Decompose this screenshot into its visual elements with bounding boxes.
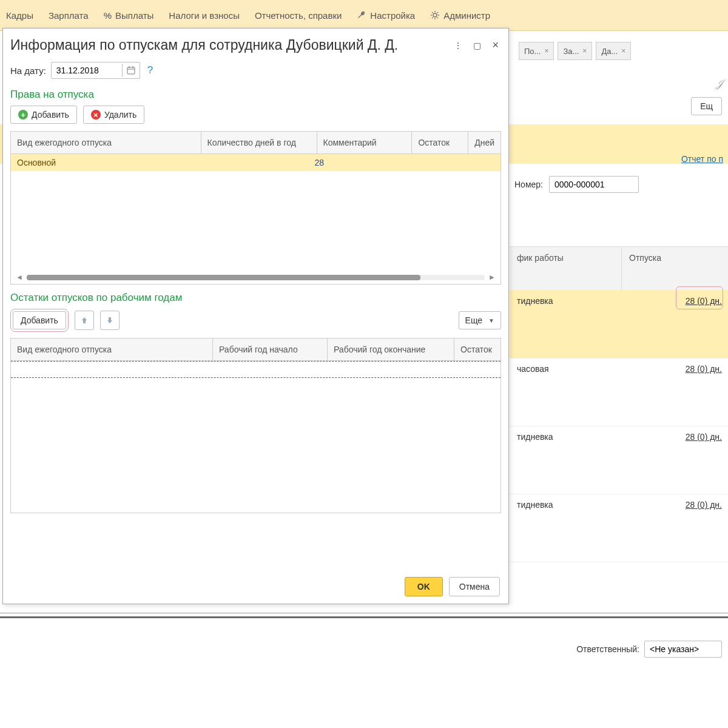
h-scrollbar[interactable]: ◄ ► — [11, 271, 500, 284]
date-field[interactable] — [51, 62, 140, 79]
menu-admin[interactable]: Администр — [430, 10, 490, 21]
rights-table: Вид ежегодного отпуска Количество дней в… — [10, 131, 501, 285]
menu-nastroika[interactable]: Настройка — [357, 10, 415, 21]
report-link[interactable]: Отчет по п — [681, 154, 723, 164]
window-restore-icon[interactable]: ▢ — [473, 41, 481, 50]
background-tabs: По...× За...× Да...× — [513, 42, 728, 60]
col-year-start: Рабочий год начало — [213, 339, 328, 360]
kebab-icon[interactable]: ⋮ — [454, 41, 462, 50]
selection-highlight — [676, 286, 723, 309]
menu-otchet[interactable]: Отчетность, справки — [255, 10, 342, 21]
modal-title: Информация по отпускам для сотрудника Ду… — [10, 37, 398, 53]
chevron-down-icon: ▼ — [488, 317, 494, 324]
number-label: Номер: — [514, 180, 543, 189]
tab-po[interactable]: По...× — [519, 42, 554, 60]
number-input[interactable] — [549, 176, 639, 193]
table-row[interactable]: Основной 28 — [11, 154, 500, 171]
close-icon[interactable]: × — [544, 47, 548, 55]
bg-table-header: фик работы Отпуска — [510, 246, 728, 291]
empty-row-placeholder[interactable] — [11, 361, 500, 378]
col-days2: Дней — [468, 132, 500, 153]
delete-button[interactable]: × Удалить — [83, 106, 144, 124]
menu-kadry[interactable]: Кадры — [6, 10, 33, 21]
add-balance-button[interactable]: Добавить — [13, 311, 66, 329]
svg-point-0 — [433, 13, 437, 17]
date-input[interactable] — [52, 62, 122, 78]
separator-dark — [0, 616, 728, 618]
bg-col-vacation: Отпуска — [622, 247, 728, 291]
tab-da[interactable]: Да...× — [596, 42, 631, 60]
col-remain2: Остаток — [454, 339, 500, 360]
responsible-label: Ответственный: — [576, 644, 639, 654]
col-days: Количество дней в год — [201, 132, 317, 153]
svg-rect-1 — [127, 67, 135, 74]
bg-row-3[interactable]: тидневка 28 (0) дн. — [510, 426, 728, 494]
section-balances-title: Остатки отпусков по рабочим годам — [3, 285, 508, 309]
tab-za[interactable]: За...× — [558, 42, 592, 60]
add-highlight: Добавить — [10, 309, 69, 332]
scroll-right-icon[interactable]: ► — [488, 273, 496, 281]
wrench-icon — [357, 10, 366, 20]
close-icon[interactable]: × — [621, 47, 625, 55]
responsible-input[interactable] — [644, 641, 722, 658]
arrow-down-icon — [106, 316, 114, 325]
scroll-left-icon[interactable]: ◄ — [16, 273, 23, 281]
cancel-button[interactable]: Отмена — [449, 577, 500, 596]
vacation-info-modal: Информация по отпускам для сотрудника Ду… — [2, 28, 509, 604]
gear-icon — [430, 10, 440, 20]
x-icon: × — [91, 110, 101, 120]
link-icon[interactable]: 𝒥 — [716, 78, 722, 90]
calendar-icon[interactable] — [122, 64, 140, 77]
section-rights-title: Права на отпуска — [3, 81, 508, 106]
close-icon[interactable]: × — [582, 47, 587, 55]
bg-row-2[interactable]: часовая 28 (0) дн. — [510, 358, 728, 426]
col-year-end: Рабочий год окончание — [328, 339, 454, 360]
close-icon[interactable]: × — [492, 39, 499, 52]
col-remain: Остаток — [412, 132, 468, 153]
arrow-up-icon — [80, 316, 89, 325]
move-down-button[interactable] — [100, 311, 120, 330]
help-icon[interactable]: ? — [147, 64, 153, 76]
menu-nalogi[interactable]: Налоги и взносы — [169, 10, 240, 21]
bg-more-button[interactable]: Ещ — [691, 97, 722, 115]
responsible-row: Ответственный: — [576, 641, 722, 658]
more-dropdown[interactable]: Еще▼ — [459, 311, 501, 329]
move-up-button[interactable] — [75, 311, 94, 330]
plus-icon: + — [18, 110, 28, 120]
balances-table: Вид ежегодного отпуска Рабочий год начал… — [10, 338, 501, 513]
col-type: Вид ежегодного отпуска — [11, 132, 201, 153]
date-label: На дату: — [10, 66, 46, 76]
bg-row-1[interactable]: тидневка 28 (0) дн. — [510, 290, 728, 359]
main-menu-bar: Кадры Зарплата %Выплаты Налоги и взносы … — [0, 0, 728, 31]
menu-zarplata[interactable]: Зарплата — [49, 10, 89, 21]
ok-button[interactable]: OK — [405, 577, 443, 596]
separator — [0, 613, 728, 613]
bg-row-4[interactable]: тидневка 28 (0) дн. — [510, 494, 728, 562]
number-field-row: Номер: — [514, 176, 639, 193]
bg-col-schedule: фик работы — [510, 247, 622, 291]
add-button[interactable]: + Добавить — [10, 106, 77, 124]
menu-vyplaty[interactable]: %Выплаты — [104, 10, 154, 21]
col-type2: Вид ежегодного отпуска — [11, 339, 213, 360]
col-comment: Комментарий — [317, 132, 413, 153]
